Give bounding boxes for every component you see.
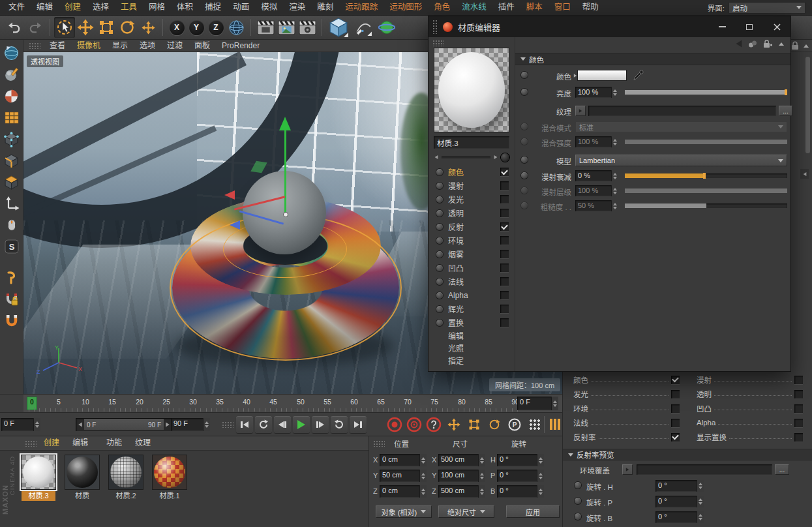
menu-item-render[interactable]: 渲染 — [283, 0, 311, 15]
material-tile-0[interactable]: 材质 — [63, 455, 101, 501]
menu-item-character[interactable]: 角色 — [428, 0, 456, 15]
channel-label[interactable]: 颜色 — [448, 166, 464, 177]
anim-dot[interactable] — [436, 265, 443, 271]
eyedropper-icon[interactable] — [633, 70, 644, 81]
menu-item-edit[interactable]: 编辑 — [31, 0, 59, 15]
stepper-icon[interactable] — [551, 397, 558, 410]
position-z-spinner[interactable]: 0 cm — [380, 485, 427, 498]
snap-hook-button[interactable] — [2, 268, 22, 288]
color-swatch[interactable] — [578, 70, 626, 80]
lock-x-axis-button[interactable]: X — [167, 18, 187, 37]
matmgr-menu-create[interactable]: 创建 — [38, 436, 65, 451]
toggle-checkbox[interactable] — [794, 419, 803, 427]
anim-dot[interactable] — [436, 251, 443, 258]
toggle-luminance[interactable]: 发光 — [573, 389, 680, 399]
edges-mode-button[interactable] — [2, 151, 22, 170]
stepper-icon[interactable] — [611, 87, 618, 98]
key-position-button[interactable] — [445, 416, 462, 432]
prev-preview-icon[interactable] — [435, 155, 438, 159]
stepper-icon[interactable] — [419, 454, 427, 466]
reflectance-preview-section[interactable]: 反射率预览 — [563, 449, 812, 460]
material-name-label[interactable]: 材质.1 — [153, 491, 187, 501]
texture-field[interactable] — [588, 106, 776, 116]
env-browse-button[interactable]: ... — [775, 464, 789, 475]
toggle-checkbox[interactable] — [794, 390, 803, 399]
vp-menu-options[interactable]: 选项 — [134, 40, 160, 52]
anim-dot[interactable] — [436, 237, 443, 244]
panel-grip[interactable] — [222, 421, 233, 428]
anim-dot[interactable] — [575, 513, 581, 520]
apply-button[interactable]: 应用 — [506, 505, 560, 518]
model-mode-button[interactable] — [2, 65, 22, 84]
mograph-sphere-button[interactable] — [376, 16, 398, 38]
anim-dot[interactable] — [436, 320, 443, 326]
model-dropdown[interactable]: Lambertian — [575, 155, 787, 166]
slider-handle[interactable] — [703, 173, 706, 179]
anim-dot[interactable] — [436, 306, 443, 312]
toggle-checkbox[interactable] — [671, 404, 680, 413]
menu-item-motion-tracker[interactable]: 运动跟踪 — [339, 0, 383, 15]
preview-scene-icon[interactable] — [501, 153, 509, 162]
stepper-icon[interactable] — [697, 496, 704, 507]
channel-label[interactable]: 烟雾 — [448, 248, 464, 260]
play-backwards-button[interactable] — [255, 416, 272, 433]
lock-icon[interactable] — [791, 41, 799, 50]
anim-dot[interactable] — [436, 292, 443, 299]
toggle-reflectance[interactable]: 反射率 — [573, 432, 680, 442]
env-rotation-h-spinner[interactable]: 0 ° — [655, 480, 704, 492]
close-button[interactable] — [763, 16, 790, 37]
key-parameter-button[interactable]: P — [506, 416, 522, 432]
vp-menu-view[interactable]: 查看 — [44, 40, 70, 52]
env-rotation-b-spinner[interactable]: 0 ° — [655, 511, 704, 523]
material-thumbnail[interactable] — [108, 455, 143, 490]
stepper-icon[interactable] — [419, 485, 427, 498]
brightness-spinner[interactable]: 100 % — [575, 87, 618, 98]
panel-collapse-button[interactable] — [800, 169, 809, 179]
toggle-bump[interactable]: 凹凸 — [697, 404, 803, 413]
position-x-spinner[interactable]: 0 cm — [380, 454, 427, 466]
stepper-icon[interactable] — [537, 454, 544, 466]
timeline-ruler[interactable]: 0 5 10 15 20 25 30 35 40 45 50 55 60 65 … — [23, 394, 562, 412]
maximize-button[interactable] — [736, 16, 763, 37]
menu-item-plugins[interactable]: 插件 — [492, 0, 520, 15]
channel-label[interactable]: 发光 — [448, 194, 464, 205]
menu-item-volume[interactable]: 体积 — [171, 0, 199, 15]
undo-button[interactable] — [4, 17, 25, 38]
toggle-checkbox[interactable] — [671, 376, 680, 384]
gizmo-z-arrowhead-icon[interactable] — [230, 220, 240, 230]
menu-item-simulate[interactable]: 模拟 — [255, 0, 283, 15]
slider-handle[interactable] — [785, 89, 787, 95]
texture-expand-button[interactable] — [622, 464, 633, 475]
preview-range-slider[interactable]: 0 F 90 F — [76, 418, 172, 431]
material-editor-titlebar[interactable]: 材质编辑器 — [429, 16, 790, 37]
object-relative-dropdown[interactable]: 对象 (相对) — [376, 505, 432, 518]
play-button[interactable] — [293, 416, 310, 433]
stepper-icon[interactable] — [697, 480, 704, 492]
lock-y-axis-button[interactable]: Y — [187, 18, 206, 37]
toggle-displacement[interactable]: 显示置换 — [697, 432, 803, 442]
channel-bump[interactable]: 凹凸 — [431, 261, 513, 275]
range-end-spinner[interactable]: 90 F — [171, 418, 210, 431]
size-y-spinner[interactable]: 100 cm — [438, 470, 485, 482]
panel-grip[interactable] — [29, 42, 40, 49]
toggle-checkbox[interactable] — [671, 390, 680, 399]
matmgr-menu-function[interactable]: 功能 — [100, 436, 128, 451]
make-editable-button[interactable] — [2, 43, 22, 63]
toggle-checkbox[interactable] — [794, 404, 803, 413]
panel-grip[interactable] — [373, 440, 385, 447]
viewport-solo-button[interactable] — [2, 215, 22, 235]
channel-checkbox[interactable] — [500, 277, 509, 286]
channel-label[interactable]: 辉光 — [448, 303, 464, 314]
material-tile-1[interactable]: 材质.1 — [151, 455, 188, 501]
scale-tool[interactable] — [96, 17, 117, 38]
material-preview[interactable] — [434, 48, 509, 132]
stepper-icon[interactable] — [419, 470, 427, 482]
material-name-field[interactable]: 材质.3 — [434, 136, 509, 149]
channel-label[interactable]: 环境 — [448, 235, 464, 246]
stepper-icon[interactable] — [537, 470, 544, 482]
toggle-checkbox[interactable] — [794, 433, 803, 442]
lock-plus-icon[interactable] — [763, 39, 772, 48]
menu-item-mograph[interactable]: 运动图形 — [383, 0, 428, 15]
current-frame-spinner[interactable]: 0 F — [517, 397, 558, 410]
primitive-cube-button[interactable] — [326, 16, 351, 38]
